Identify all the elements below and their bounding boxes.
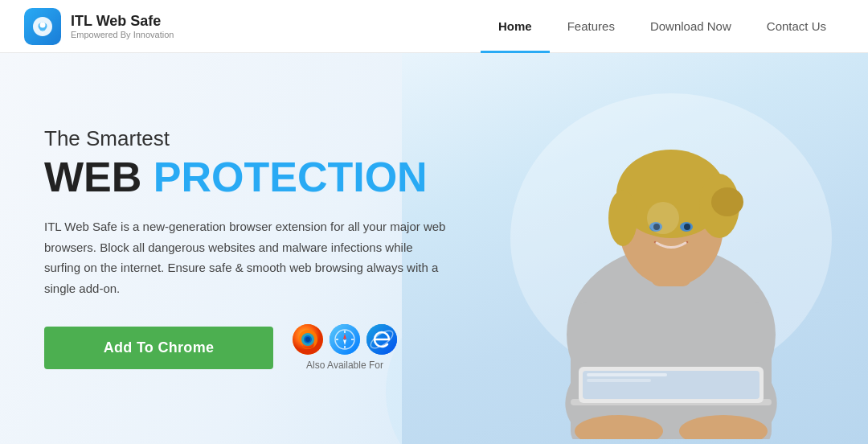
browser-icons-group: Also Available For (293, 324, 397, 371)
hero-title-web: WEB (44, 154, 141, 200)
browser-icons-row (293, 324, 397, 355)
svg-rect-19 (587, 373, 667, 376)
svg-point-26 (330, 324, 360, 355)
svg-point-8 (608, 190, 637, 246)
navigation: Home Features Download Now Contact Us (481, 0, 844, 53)
hero-title-protection: PROTECTION (154, 154, 428, 200)
logo-area: ITL Web Safe Empowered By Innovation (24, 8, 174, 45)
logo-text-area: ITL Web Safe Empowered By Innovation (71, 13, 174, 39)
firefox-icon (293, 324, 323, 355)
hero-actions: Add To Chrome (44, 324, 450, 371)
nav-item-contact[interactable]: Contact Us (749, 0, 844, 53)
hero-content: The Smartest WEB PROTECTION ITL Web Safe… (0, 126, 450, 371)
logo-icon (24, 8, 61, 45)
hero-image (402, 53, 868, 444)
svg-point-13 (684, 224, 690, 230)
hero-title: WEB PROTECTION (44, 154, 450, 200)
nav-item-download[interactable]: Download Now (633, 0, 749, 53)
logo-title: ITL Web Safe (71, 13, 174, 30)
hero-section: The Smartest WEB PROTECTION ITL Web Safe… (0, 53, 868, 444)
nav-item-features[interactable]: Features (550, 0, 633, 53)
svg-rect-20 (587, 379, 651, 382)
hero-tagline: The Smartest (44, 126, 450, 151)
hero-person-illustration (490, 77, 852, 439)
logo-subtitle: Empowered By Innovation (71, 30, 174, 39)
header: ITL Web Safe Empowered By Innovation Hom… (0, 0, 868, 53)
add-to-chrome-button[interactable]: Add To Chrome (44, 327, 273, 369)
svg-point-0 (40, 22, 46, 27)
hero-description: ITL Web Safe is a new-generation browser… (44, 216, 450, 298)
svg-point-9 (711, 187, 743, 216)
svg-point-21 (647, 202, 679, 234)
svg-point-25 (305, 337, 310, 342)
safari-icon (330, 324, 360, 355)
ie-icon (366, 324, 397, 355)
nav-item-home[interactable]: Home (481, 0, 550, 53)
also-available-label: Also Available For (306, 360, 383, 371)
